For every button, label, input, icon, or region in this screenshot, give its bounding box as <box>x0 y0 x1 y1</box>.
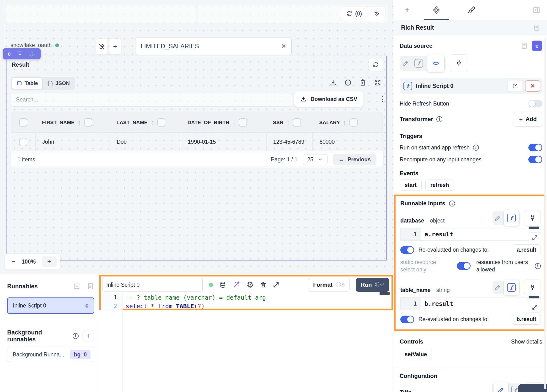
plug-connect-button[interactable] <box>524 280 541 295</box>
settings-gear-icon[interactable] <box>246 280 254 290</box>
open-external-button[interactable] <box>508 80 523 92</box>
anchor-icon[interactable] <box>29 51 36 57</box>
select-all-checkbox[interactable] <box>19 118 27 127</box>
result-refresh-button[interactable] <box>369 59 383 71</box>
trash-icon[interactable] <box>260 282 267 288</box>
background-runnable-item[interactable]: Background Runna... bg_0 <box>7 347 94 362</box>
add-component-tab[interactable]: + <box>404 5 410 15</box>
table-row[interactable]: John Doe 1990-01-15 123-45-6789 60000 <box>11 133 383 151</box>
inline-script-row[interactable]: Inline Script 0 <box>400 78 542 94</box>
column-header[interactable]: LAST_NAME <box>116 120 147 125</box>
event-chip-start[interactable]: start <box>400 180 422 191</box>
info-icon[interactable] <box>535 263 541 269</box>
expand-editor-button[interactable] <box>529 302 541 313</box>
unlink-button[interactable] <box>96 39 108 54</box>
add-background-runnable-button[interactable]: + <box>82 330 94 342</box>
function-mode-selected[interactable] <box>504 210 519 226</box>
function-icon[interactable] <box>414 59 423 68</box>
column-checkbox[interactable] <box>349 118 358 127</box>
column-checkbox[interactable] <box>157 118 165 127</box>
kebab-menu-icon[interactable] <box>379 95 386 103</box>
expand-diagonal-icon[interactable] <box>273 282 280 288</box>
download-csv-button[interactable]: Download as CSV <box>294 91 363 107</box>
sort-icon[interactable] <box>287 119 289 126</box>
page-size-select[interactable]: 25 <box>303 154 328 165</box>
reeval-toggle[interactable] <box>400 246 414 254</box>
table-name-expression-editor[interactable]: 1 b.result <box>400 297 541 310</box>
zoom-in-button[interactable]: + <box>42 257 57 267</box>
table-search-input[interactable] <box>16 96 287 103</box>
clear-icon[interactable] <box>281 43 286 50</box>
rich-result-component[interactable]: Result Table { } JSON <box>6 56 387 260</box>
pencil-mode-selected[interactable] <box>493 382 508 392</box>
script-name-input[interactable] <box>102 278 203 291</box>
tab-components[interactable] <box>432 0 441 20</box>
reeval-target-chip[interactable]: b.result <box>512 314 541 325</box>
tab-json[interactable]: { } JSON <box>43 78 74 89</box>
resources-from-users-toggle[interactable] <box>457 262 471 270</box>
show-details-link[interactable]: Show details <box>511 338 542 345</box>
app-canvas[interactable]: (0) snowflake_oauth c + <box>0 0 393 274</box>
info-icon[interactable] <box>344 79 352 86</box>
add-transformer-button[interactable]: + Add <box>513 112 542 127</box>
pencil-icon[interactable] <box>494 215 501 221</box>
zoom-out-button[interactable]: − <box>12 258 15 265</box>
list-doc-icon[interactable] <box>87 283 94 290</box>
sort-icon[interactable] <box>78 119 81 126</box>
reeval-target-chip[interactable]: a.result <box>512 244 541 255</box>
column-checkbox[interactable] <box>293 118 301 127</box>
database-expression-editor[interactable]: 1 a.result <box>400 228 541 241</box>
app-refresh-button[interactable]: (0) <box>340 7 368 21</box>
clipboard-import-icon[interactable] <box>359 79 366 86</box>
database-icon[interactable] <box>219 281 226 288</box>
doc-icon[interactable] <box>533 24 540 31</box>
row-checkbox[interactable] <box>19 138 27 146</box>
move-down-icon[interactable] <box>17 51 23 57</box>
pencil-icon[interactable] <box>494 284 501 291</box>
plug-connect-button[interactable] <box>450 54 468 72</box>
column-header[interactable]: SSN <box>273 120 284 125</box>
sort-icon[interactable] <box>151 119 154 126</box>
ai-wand-icon[interactable] <box>233 281 240 289</box>
download-icon[interactable] <box>330 79 337 86</box>
remove-script-button[interactable] <box>525 80 540 92</box>
tab-table[interactable]: Table <box>12 78 42 89</box>
floating-corner-widget[interactable] <box>518 384 547 392</box>
code-mode-selected[interactable]: <> <box>427 54 444 72</box>
previous-page-button[interactable]: Previous <box>333 154 376 165</box>
sort-icon[interactable] <box>343 119 346 126</box>
runnable-item-inline-script-0[interactable]: Inline Script 0 c <box>7 297 94 314</box>
collapse-panel-icon[interactable] <box>533 0 540 20</box>
sql-code-area[interactable]: 1 -- ? table_name (varchar) = default ar… <box>101 293 391 310</box>
recompute-toggle[interactable] <box>528 156 542 163</box>
info-icon[interactable] <box>449 201 455 207</box>
column-checkbox[interactable] <box>84 118 92 127</box>
event-chip-refresh[interactable]: refresh <box>425 180 454 191</box>
empty-component-slot[interactable] <box>6 5 196 23</box>
add-column-button[interactable]: + <box>109 39 121 54</box>
column-header[interactable]: SALARY <box>319 120 340 125</box>
collapse-box-icon[interactable] <box>73 283 80 290</box>
expand-icon[interactable] <box>374 79 381 86</box>
expand-editor-button[interactable] <box>529 232 541 243</box>
control-chip-setvalue[interactable]: setValue <box>400 349 432 360</box>
pencil-icon[interactable] <box>402 60 409 67</box>
reeval-toggle[interactable] <box>400 316 414 323</box>
run-button[interactable]: Run ⌘↵ <box>356 278 389 292</box>
info-icon[interactable] <box>73 333 79 339</box>
run-on-start-toggle[interactable] <box>528 144 542 151</box>
tab-styling[interactable] <box>467 0 476 20</box>
plug-connect-button[interactable] <box>524 210 541 226</box>
app-history-button[interactable] <box>368 7 385 21</box>
table-select-input[interactable] <box>141 42 281 50</box>
function-mode-selected[interactable] <box>504 280 519 295</box>
hide-refresh-toggle[interactable] <box>528 100 542 108</box>
column-header[interactable]: FIRST_NAME <box>42 120 75 125</box>
doc-icon[interactable] <box>521 42 528 49</box>
sort-icon[interactable] <box>233 119 236 126</box>
info-icon[interactable] <box>436 116 442 122</box>
column-header[interactable]: DATE_OF_BIRTH <box>187 120 229 125</box>
column-checkbox[interactable] <box>239 118 247 127</box>
format-button[interactable]: Format ⌘S <box>308 278 350 292</box>
info-icon[interactable] <box>473 145 479 151</box>
